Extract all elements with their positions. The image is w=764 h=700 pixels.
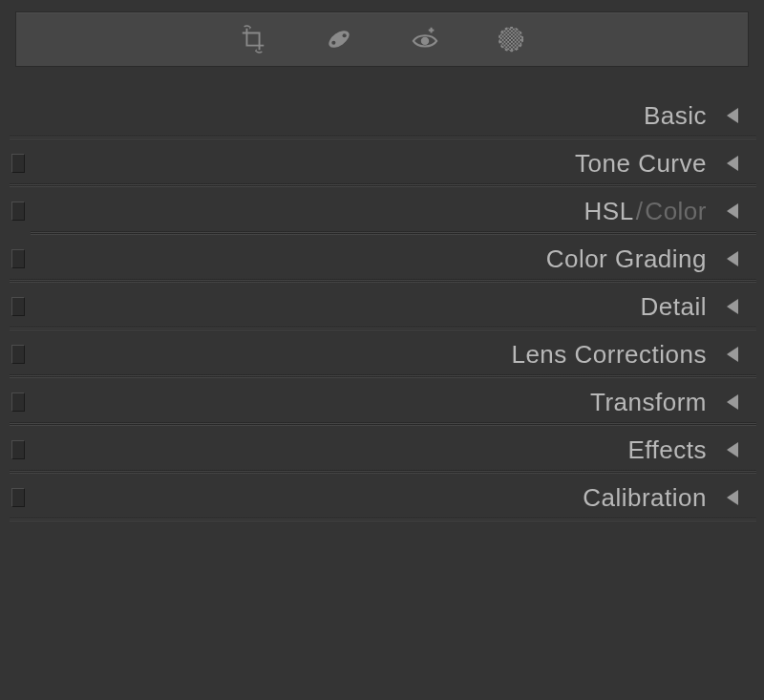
panel-toggle-switch[interactable] bbox=[11, 249, 25, 268]
panel-color-label: Color bbox=[645, 197, 707, 225]
panel-toggle-switch[interactable] bbox=[11, 297, 25, 316]
svg-marker-21 bbox=[727, 490, 738, 505]
collapse-arrow-icon bbox=[724, 297, 741, 316]
svg-point-5 bbox=[421, 37, 429, 45]
svg-marker-18 bbox=[727, 347, 738, 362]
svg-marker-13 bbox=[727, 108, 738, 123]
panel-basic[interactable]: Basic bbox=[0, 92, 764, 139]
collapse-arrow-icon bbox=[724, 249, 741, 268]
collapse-arrow-icon bbox=[724, 392, 741, 412]
collapse-arrow-icon bbox=[724, 154, 741, 173]
panel-toggle-switch[interactable] bbox=[11, 345, 25, 364]
svg-point-3 bbox=[331, 41, 335, 45]
svg-marker-19 bbox=[727, 394, 738, 410]
panel-color-grading-label: Color Grading bbox=[546, 244, 707, 274]
svg-marker-20 bbox=[727, 442, 738, 457]
develop-panels: Basic Tone Curve HSL/Color Color Grading… bbox=[0, 92, 764, 521]
svg-point-2 bbox=[326, 28, 351, 52]
panel-effects-label: Effects bbox=[627, 435, 707, 465]
panel-hsl-label: HSL bbox=[584, 197, 634, 225]
svg-marker-15 bbox=[727, 203, 738, 219]
panel-tone-curve[interactable]: Tone Curve bbox=[0, 139, 764, 187]
svg-marker-14 bbox=[727, 156, 738, 171]
masking-tool-icon[interactable] bbox=[495, 23, 527, 55]
panel-basic-label: Basic bbox=[644, 101, 707, 131]
collapse-arrow-icon bbox=[724, 345, 741, 364]
panel-transform[interactable]: Transform bbox=[0, 378, 764, 426]
panel-toggle-switch[interactable] bbox=[11, 488, 25, 507]
svg-marker-0 bbox=[249, 26, 251, 30]
panel-hsl-color-label: HSL/Color bbox=[584, 197, 707, 226]
develop-toolbar bbox=[15, 11, 749, 67]
panel-calibration-label: Calibration bbox=[583, 483, 707, 513]
panel-effects[interactable]: Effects bbox=[0, 426, 764, 474]
collapse-arrow-icon bbox=[724, 202, 741, 221]
panel-lens-corrections[interactable]: Lens Corrections bbox=[0, 330, 764, 378]
collapse-arrow-icon bbox=[724, 440, 741, 459]
crop-tool-icon[interactable] bbox=[237, 23, 269, 55]
svg-point-4 bbox=[343, 33, 347, 37]
panel-toggle-switch[interactable] bbox=[11, 202, 25, 221]
spot-removal-tool-icon[interactable] bbox=[323, 23, 355, 55]
panel-hsl-color[interactable]: HSL/Color bbox=[0, 187, 764, 235]
collapse-arrow-icon bbox=[724, 488, 741, 507]
panel-transform-label: Transform bbox=[590, 388, 707, 417]
panel-detail[interactable]: Detail bbox=[0, 283, 764, 330]
panel-toggle-switch[interactable] bbox=[11, 440, 25, 459]
panel-toggle-switch[interactable] bbox=[11, 154, 25, 173]
panel-tone-curve-label: Tone Curve bbox=[575, 149, 707, 179]
svg-marker-1 bbox=[255, 49, 257, 53]
red-eye-tool-icon[interactable] bbox=[409, 23, 441, 55]
svg-marker-16 bbox=[727, 251, 738, 266]
panel-calibration[interactable]: Calibration bbox=[0, 474, 764, 521]
panel-toggle-switch[interactable] bbox=[11, 392, 25, 412]
panel-color-grading[interactable]: Color Grading bbox=[0, 235, 764, 283]
panel-lens-corrections-label: Lens Corrections bbox=[511, 340, 707, 370]
collapse-arrow-icon bbox=[724, 106, 741, 125]
panel-detail-label: Detail bbox=[641, 292, 707, 322]
svg-marker-17 bbox=[727, 299, 738, 314]
